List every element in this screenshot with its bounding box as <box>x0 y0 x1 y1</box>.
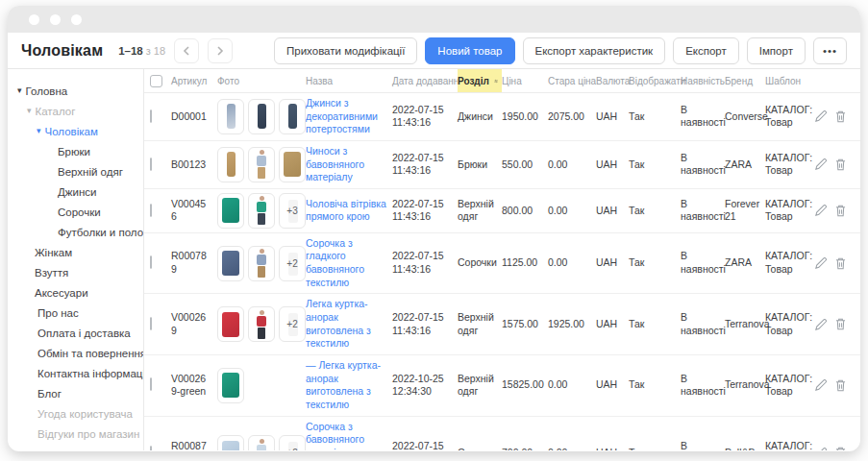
product-name-link[interactable]: Сорочка з бавовняного матеріалу притален… <box>306 421 364 450</box>
sidebar-item-брюки[interactable]: Брюки <box>8 141 143 161</box>
column-header[interactable]: Артикул <box>171 69 217 92</box>
product-thumbnail[interactable] <box>217 193 244 229</box>
product-thumbnail[interactable] <box>248 246 275 281</box>
sidebar-item-джинси[interactable]: Джинси <box>8 182 143 202</box>
sidebar-item-відгуки-про-магазин[interactable]: Відгуки про магазин <box>8 424 143 444</box>
sort-arrows-icon[interactable] <box>494 77 498 85</box>
column-header[interactable]: Ціна <box>502 69 548 92</box>
maximize-window-button[interactable] <box>71 14 82 25</box>
product-name-link[interactable]: Чоловіча вітрівка прямого крою <box>306 198 386 223</box>
product-thumbnail[interactable] <box>248 435 275 450</box>
window-titlebar <box>8 6 860 33</box>
product-thumbnail[interactable]: +2 <box>279 306 306 342</box>
delete-button[interactable] <box>835 110 846 123</box>
product-thumbnail[interactable] <box>217 368 244 403</box>
column-header[interactable]: Валюта <box>596 69 629 92</box>
column-header-label: Наявність <box>681 76 725 86</box>
edit-button[interactable] <box>815 379 827 391</box>
product-thumbnail[interactable]: +3 <box>279 193 306 229</box>
column-header[interactable]: Наявність <box>681 69 725 92</box>
toolbar: Приховати модифікаціїНовий товарЕкспорт … <box>274 37 847 64</box>
row-checkbox[interactable] <box>150 317 152 330</box>
column-header[interactable]: Стара ціна <box>548 69 596 92</box>
sidebar-item-сорочки[interactable]: Сорочки <box>8 202 143 222</box>
product-thumbnail[interactable] <box>248 193 275 229</box>
product-thumbnail[interactable] <box>248 99 275 134</box>
import-button[interactable]: Імпорт <box>747 37 806 64</box>
product-name-link[interactable]: Сорочка з гладкого бавовняного текстилю <box>306 237 364 288</box>
row-checkbox[interactable] <box>150 377 152 391</box>
row-checkbox[interactable] <box>150 255 152 269</box>
product-thumbnail[interactable]: +2 <box>279 435 306 450</box>
delete-button[interactable] <box>835 257 846 270</box>
sidebar-item-головна[interactable]: ▾Головна <box>8 81 143 101</box>
row-checkbox[interactable] <box>150 446 152 450</box>
chevron-down-icon: ▾ <box>27 106 32 115</box>
sidebar-item-чоловікам[interactable]: ▾Чоловікам <box>8 121 143 141</box>
sidebar-item-верхній-одяг[interactable]: Верхній одяг <box>8 161 143 182</box>
next-page-button[interactable] <box>208 38 233 63</box>
product-thumbnail[interactable] <box>279 147 306 182</box>
name-cell: Чоловіча вітрівка прямого крою <box>306 198 392 224</box>
sidebar-item-футболки-и-поло[interactable]: Футболки и поло <box>8 222 143 242</box>
product-thumbnail[interactable] <box>217 435 244 450</box>
delete-button[interactable] <box>835 318 846 330</box>
more-actions-button[interactable]: ••• <box>813 37 847 64</box>
column-header[interactable]: Шаблон <box>765 69 821 92</box>
product-thumbnail[interactable] <box>248 306 275 342</box>
prev-page-button[interactable] <box>174 38 199 63</box>
select-all-checkbox[interactable] <box>150 75 162 87</box>
product-name-link[interactable]: — Легка куртка-анорак виготовлена з текс… <box>306 359 381 410</box>
sidebar-item-каталог[interactable]: ▾Каталог <box>8 101 143 121</box>
row-checkbox[interactable] <box>150 109 152 123</box>
minimize-window-button[interactable] <box>50 14 61 25</box>
column-header[interactable]: Відображати <box>629 69 681 92</box>
row-checkbox[interactable] <box>150 204 152 217</box>
product-thumbnail[interactable] <box>217 246 244 281</box>
edit-button[interactable] <box>815 319 827 330</box>
sidebar-item-обмін-та-повернення[interactable]: Обмін та повернення <box>8 343 143 363</box>
export-button[interactable]: Експорт <box>673 37 739 64</box>
column-header[interactable]: Бренд <box>725 69 765 92</box>
close-window-button[interactable] <box>29 14 39 25</box>
edit-button[interactable] <box>815 257 827 269</box>
sidebar-item-про-нас[interactable]: Про нас <box>8 303 143 323</box>
delete-button[interactable] <box>835 205 846 217</box>
sidebar-item-жінкам[interactable]: Жінкам <box>8 242 143 262</box>
sidebar-item-взуття[interactable]: Взуття <box>8 262 143 282</box>
sidebar-item-контактна-інформація[interactable]: Контактна інформація <box>8 363 143 383</box>
column-header[interactable]: Фото <box>217 69 306 92</box>
edit-button[interactable] <box>815 205 827 216</box>
sidebar-item-оплата-і-доставка[interactable]: Оплата і доставка <box>8 323 143 343</box>
hide-modifications-button[interactable]: Приховати модифікації <box>274 37 417 64</box>
edit-button[interactable] <box>815 158 827 170</box>
product-thumbnail[interactable] <box>217 99 244 134</box>
delete-button[interactable] <box>835 158 846 171</box>
new-product-button[interactable]: Новий товар <box>425 37 514 64</box>
edit-button[interactable] <box>815 110 827 122</box>
old-price-cell: 2075.00 <box>548 110 596 124</box>
product-name-link[interactable]: Джинси з декоративними потертостями <box>306 97 378 134</box>
display-cell: Так <box>629 158 681 172</box>
sidebar-item-угода-користувача[interactable]: Угода користувача <box>8 403 143 424</box>
product-name-link[interactable]: Легка куртка-анорак виготовлена з тексти… <box>306 298 371 349</box>
sidebar-item-блог[interactable]: Блог <box>8 383 143 403</box>
column-header[interactable]: Дата додавання <box>392 69 458 92</box>
product-thumbnail[interactable] <box>217 147 244 182</box>
product-thumbnail[interactable]: +2 <box>279 246 306 281</box>
row-checkbox[interactable] <box>150 158 152 171</box>
product-name-link[interactable]: Чиноси з бавовняного матеріалу <box>306 145 364 182</box>
product-thumbnail[interactable] <box>217 306 244 342</box>
row-select-cell <box>150 378 171 392</box>
delete-button[interactable] <box>835 447 846 450</box>
product-thumbnail[interactable] <box>279 99 306 134</box>
sidebar-item-аксесуари[interactable]: Аксесуари <box>8 282 143 303</box>
row-actions <box>821 447 856 450</box>
column-header[interactable]: Назва <box>306 69 392 92</box>
edit-button[interactable] <box>815 448 827 450</box>
product-thumbnail[interactable] <box>248 147 275 182</box>
delete-button[interactable] <box>835 379 846 392</box>
export-characteristics-button[interactable]: Експорт характеристик <box>523 37 666 64</box>
sidebar-item-мапа-сайту[interactable]: Мапа сайту <box>8 444 143 450</box>
column-header-sorted[interactable]: Розділ <box>458 69 502 92</box>
